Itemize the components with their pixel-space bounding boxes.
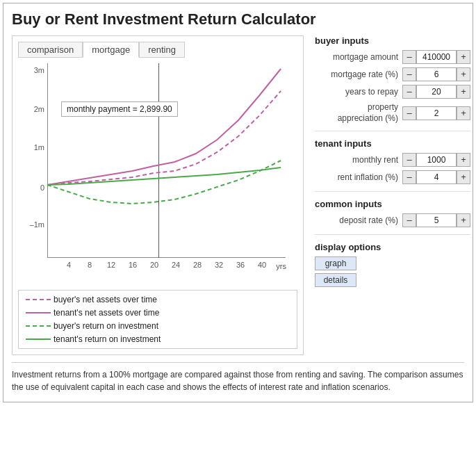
x-label-24: 24: [172, 261, 180, 269]
tab-mortgage[interactable]: mortgage: [83, 42, 139, 58]
years-repay-row: years to repay – +: [315, 85, 470, 99]
mortgage-amount-input[interactable]: [416, 50, 457, 64]
mortgage-rate-plus[interactable]: +: [457, 67, 470, 81]
monthly-rent-label: monthly rent: [315, 155, 398, 165]
deposit-rate-minus[interactable]: –: [402, 213, 416, 227]
deposit-rate-plus[interactable]: +: [457, 213, 470, 227]
x-label-36: 36: [236, 261, 245, 269]
details-button[interactable]: details: [315, 273, 356, 287]
mortgage-amount-row: mortgage amount – +: [315, 50, 470, 64]
rent-inflation-plus[interactable]: +: [457, 170, 470, 184]
legend-line-buyer-assets: [26, 299, 51, 300]
deposit-rate-input[interactable]: [416, 213, 457, 227]
y-label-1m: 1m: [18, 143, 44, 152]
mortgage-rate-row: mortgage rate (%) – +: [315, 67, 470, 81]
x-label-4: 4: [67, 261, 71, 269]
legend-line-tenant-assets: [26, 312, 51, 313]
main-area: comparison mortgage renting 3m 2m 1m 0 –…: [12, 35, 464, 355]
monthly-rent-row: monthly rent – +: [315, 153, 470, 167]
rent-inflation-row: rent inflation (%) – +: [315, 170, 470, 184]
yrs-label: yrs: [276, 262, 286, 270]
chart-legend: buyer's net assets over time tenant's ne…: [18, 290, 297, 349]
rent-inflation-input[interactable]: [416, 170, 457, 184]
x-label-8: 8: [88, 261, 92, 269]
monthly-rent-input[interactable]: [416, 153, 457, 167]
tab-comparison[interactable]: comparison: [18, 42, 83, 58]
monthly-rent-minus[interactable]: –: [402, 153, 416, 167]
legend-label-tenant-roi: tenant's return on investment: [54, 334, 290, 344]
y-label-0: 0: [18, 183, 44, 192]
deposit-rate-label: deposit rate (%): [315, 215, 398, 225]
legend-line-buyer-roi: [26, 325, 51, 327]
years-repay-minus[interactable]: –: [402, 85, 416, 99]
buyer-inputs-title: buyer inputs: [315, 35, 470, 46]
x-label-12: 12: [107, 261, 115, 269]
years-repay-input[interactable]: [416, 85, 457, 99]
property-appreciation-input[interactable]: [416, 106, 457, 120]
mortgage-amount-minus[interactable]: –: [402, 50, 416, 64]
rent-inflation-label: rent inflation (%): [315, 172, 398, 182]
y-label-neg1m: –1m: [18, 220, 44, 229]
tab-renting[interactable]: renting: [139, 42, 185, 58]
divider-2: [315, 191, 470, 192]
tenant-inputs-title: tenant inputs: [315, 138, 470, 149]
display-options-title: display options: [315, 242, 470, 252]
divider-3: [315, 234, 470, 235]
divider-1: [315, 131, 470, 131]
years-repay-label: years to repay: [315, 87, 398, 97]
graph-button[interactable]: graph: [315, 256, 356, 270]
x-label-40: 40: [258, 261, 266, 269]
legend-label-buyer-assets: buyer's net assets over time: [54, 295, 290, 304]
footer-text: Investment returns from a 100% mortgage …: [12, 362, 464, 393]
left-panel: comparison mortgage renting 3m 2m 1m 0 –…: [12, 35, 304, 355]
property-appreciation-plus[interactable]: +: [457, 106, 470, 120]
property-appreciation-row: propertyappreciation (%) – +: [315, 102, 470, 124]
rent-inflation-minus[interactable]: –: [402, 170, 416, 184]
y-label-3m: 3m: [18, 66, 44, 74]
deposit-rate-row: deposit rate (%) – +: [315, 213, 470, 227]
mortgage-rate-input[interactable]: [416, 67, 457, 81]
mortgage-rate-label: mortgage rate (%): [315, 70, 398, 79]
y-label-2m: 2m: [18, 105, 44, 113]
chart-svg: [47, 63, 286, 258]
x-label-28: 28: [193, 261, 202, 269]
legend-label-tenant-assets: tenant's net assets over time: [54, 308, 290, 318]
legend-label-buyer-roi: buyer's return on investment: [54, 321, 290, 331]
property-appreciation-minus[interactable]: –: [402, 106, 416, 120]
tab-bar: comparison mortgage renting: [18, 42, 297, 58]
x-label-32: 32: [215, 261, 223, 269]
mortgage-amount-plus[interactable]: +: [457, 50, 470, 64]
monthly-rent-plus[interactable]: +: [457, 153, 470, 167]
page-title: Buy or Rent Investment Return Calculator: [12, 10, 464, 28]
chart-area: 3m 2m 1m 0 –1m 4 8 12 16 20 24 28 32 36: [18, 63, 289, 286]
mortgage-rate-minus[interactable]: –: [402, 67, 416, 81]
x-label-16: 16: [129, 261, 137, 269]
property-appreciation-label: propertyappreciation (%): [315, 102, 398, 124]
years-repay-plus[interactable]: +: [457, 85, 470, 99]
calculator-container: Buy or Rent Investment Return Calculator…: [3, 3, 473, 402]
mortgage-amount-label: mortgage amount: [315, 52, 398, 62]
common-inputs-title: common inputs: [315, 199, 470, 209]
legend-line-tenant-roi: [26, 338, 51, 340]
right-panel: buyer inputs mortgage amount – + mortgag…: [312, 35, 473, 355]
x-label-20: 20: [150, 261, 158, 269]
